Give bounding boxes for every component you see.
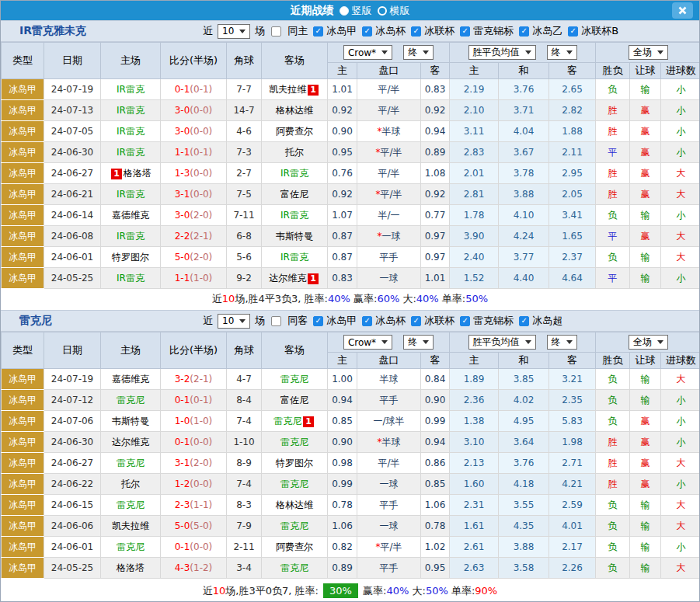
same-venue-checkbox[interactable]: [271, 26, 281, 37]
home-odds-cell: 0.78: [328, 495, 357, 516]
handicap-text: 半/一: [378, 210, 399, 221]
chevron-down-icon: [525, 340, 531, 344]
layout-radio-horizontal[interactable]: 横版: [378, 4, 410, 18]
away-team-cell: IR雷克: [262, 163, 328, 184]
wdl-result-cell: 负: [596, 79, 630, 100]
subcol-asian: 让球: [630, 353, 661, 369]
handicap-text: 平手: [380, 499, 399, 510]
home-odds-cell: 0.94: [328, 390, 357, 411]
league-checkbox-label: 冰联杯B: [581, 24, 618, 38]
away-team-cell: 雷克尼: [262, 369, 328, 390]
avg-away-cell: 2.82: [549, 100, 596, 121]
match-date-cell: 24-06-27: [44, 163, 101, 184]
wdl-result-cell: 胜: [596, 121, 630, 142]
odds-source-select[interactable]: Crow*: [343, 45, 392, 60]
avg-home-cell: 2.81: [450, 184, 499, 205]
layout-radio-vertical[interactable]: 竖版: [340, 4, 372, 18]
score-cell: 2-2(2-1): [161, 226, 227, 247]
result-scope-select[interactable]: 全场: [629, 45, 668, 60]
result-scope-select[interactable]: 全场: [629, 335, 668, 350]
col-header-away: 客场: [262, 43, 328, 79]
goals-result-cell: 小: [661, 100, 700, 121]
corners-cell: 7-3: [227, 142, 262, 163]
table-row: 冰岛甲24-06-01雷克尼0-1(0-0)2-11阿费查尔0.82*平/半1.…: [2, 537, 700, 558]
home-team-cell: IR雷克: [101, 184, 161, 205]
subcol-wdl: 胜负: [596, 353, 630, 369]
avg-type-select[interactable]: 胜平负均值: [468, 45, 536, 60]
wdl-result-cell: 胜: [596, 474, 630, 495]
wdl-result-cell: 平: [596, 142, 630, 163]
avg-final-select[interactable]: 终: [547, 45, 577, 60]
avg-home-cell: 2.61: [450, 537, 499, 558]
wdl-result-cell: 负: [596, 537, 630, 558]
team-name-text: 雷克尼: [280, 374, 308, 385]
handicap-cell: 平/半: [357, 163, 421, 184]
near-count-select[interactable]: 10: [218, 24, 250, 39]
match-date-cell: 24-07-19: [44, 79, 101, 100]
same-venue-checkbox[interactable]: [271, 316, 281, 326]
chevron-down-icon: [381, 340, 388, 344]
league-checkbox[interactable]: ✓: [362, 26, 372, 37]
away-team-cell: 雷克尼1: [262, 411, 328, 432]
table-row: 冰岛甲24-06-15雷克尼2-3(1-1)8-3格林达维0.78平手1.062…: [2, 495, 700, 516]
avg-type-select[interactable]: 胜平负均值: [468, 335, 536, 350]
halftime-score: (0-0): [190, 437, 212, 447]
near-count-select[interactable]: 10: [218, 314, 250, 329]
goals-result-cell: 大: [661, 163, 700, 184]
odds-final-select[interactable]: 终: [403, 45, 434, 60]
handicap-text: 平/半: [378, 105, 399, 116]
red-card-badge: 1: [308, 85, 319, 96]
close-button[interactable]: [672, 2, 693, 19]
halftime-score: (0-0): [190, 541, 212, 552]
halftime-score: (1-2): [190, 562, 212, 573]
home-team-cell: IR雷克: [101, 268, 161, 289]
dialog-title: 近期战绩: [291, 4, 334, 18]
away-team-name: 雷克尼: [19, 314, 203, 328]
league-checkbox[interactable]: ✓: [519, 316, 529, 326]
score-cell: 1-1(0-1): [161, 142, 227, 163]
goals-result-cell: 大: [661, 453, 700, 474]
league-checkbox[interactable]: ✓: [519, 26, 529, 37]
table-row: 冰岛甲24-06-27雷克尼3-1(2-0)8-9特罗图尔0.98平/半0.86…: [2, 453, 700, 474]
home-odds-cell: 0.87: [328, 247, 357, 268]
league-type-cell: 冰岛甲: [2, 205, 44, 226]
league-checkbox-label: 冰岛甲: [326, 314, 357, 328]
avg-final-select[interactable]: 终: [547, 335, 577, 350]
asian-result-cell: 输: [630, 537, 661, 558]
league-checkbox-label: 冰岛杯: [375, 24, 406, 38]
handicap-cell: 平手: [357, 558, 421, 579]
home-team-cell: IR雷克: [101, 226, 161, 247]
summary-segment: 场,胜4平3负3, 胜率:: [235, 293, 328, 304]
league-checkbox[interactable]: ✓: [568, 26, 578, 37]
league-checkbox[interactable]: ✓: [411, 26, 421, 37]
match-date-cell: 24-06-01: [44, 247, 101, 268]
league-checkbox[interactable]: ✓: [460, 316, 470, 326]
table-row: 冰岛甲24-06-08IR雷克2-2(2-1)6-8韦斯特曼0.87*一球0.9…: [2, 226, 700, 247]
league-checkbox[interactable]: ✓: [460, 26, 470, 37]
asian-result-cell: 赢: [630, 474, 661, 495]
handicap-cell: 一/球半: [357, 411, 421, 432]
league-checkbox[interactable]: ✓: [313, 26, 323, 37]
league-checkbox[interactable]: ✓: [362, 316, 372, 326]
games-label: 场: [255, 24, 265, 38]
away-team-cell: 阿费查尔: [262, 537, 328, 558]
summary-segment: 大:: [409, 585, 426, 597]
odds-final-select[interactable]: 终: [403, 335, 434, 350]
handicap-cell: *平/半: [357, 142, 421, 163]
league-checkbox[interactable]: ✓: [313, 316, 323, 326]
avg-home-cell: 2.83: [450, 142, 499, 163]
avg-home-cell: 3.90: [450, 226, 499, 247]
fulltime-score: 0-1: [175, 541, 190, 552]
odds-source-select[interactable]: Crow*: [343, 335, 392, 350]
close-icon: [677, 5, 688, 16]
col-header-home: 主场: [101, 43, 161, 79]
avg-away-cell: 1.65: [549, 226, 596, 247]
fulltime-score: 1-3: [175, 168, 190, 179]
score-cell: 0-1(0-1): [161, 79, 227, 100]
league-checkbox[interactable]: ✓: [411, 316, 421, 326]
league-checkbox-label: 雷克锦标: [473, 24, 514, 38]
avg-draw-cell: 4.02: [499, 390, 549, 411]
avg-home-cell: 1.78: [450, 205, 499, 226]
team-name-text: IR雷克: [117, 126, 145, 137]
wdl-result-cell: 平: [596, 226, 630, 247]
